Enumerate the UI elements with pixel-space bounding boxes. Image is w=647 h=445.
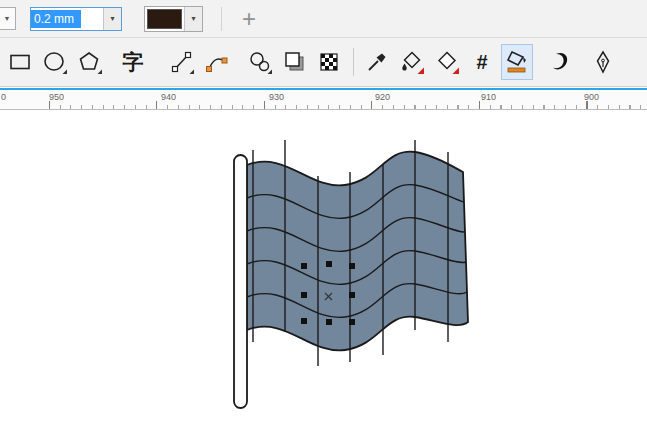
flag-drawing (0, 110, 647, 445)
outline-width-input-blank[interactable] (81, 8, 103, 30)
horizontal-ruler[interactable]: 0 950 940 930 920 910 900 (0, 88, 647, 110)
interactive-fill-icon (503, 48, 531, 76)
line-icon (169, 49, 195, 75)
app-window: ▾ 0.2 mm ▾ ▾ + (0, 0, 647, 445)
ruler-label: 0 (1, 92, 6, 102)
chevron-down-icon: ▾ (184, 7, 202, 31)
property-bar: ▾ 0.2 mm ▾ ▾ + (0, 0, 647, 38)
swap-fill-icon (434, 49, 460, 75)
bezier-tool-button[interactable] (201, 44, 233, 80)
ruler-label: 900 (584, 92, 599, 102)
checkerboard-icon (317, 49, 343, 75)
line-tool-button[interactable] (166, 44, 198, 80)
rectangle-tool-button[interactable] (4, 44, 36, 80)
shapes-tool-button[interactable] (244, 44, 276, 80)
toolbox: 字 (0, 38, 647, 87)
add-button[interactable]: + (236, 5, 262, 33)
outline-style-dropdown[interactable]: ▾ (0, 7, 16, 30)
ellipse-icon (42, 49, 68, 75)
outline-width-combo: 0.2 mm ▾ (30, 7, 122, 31)
shadow-tool-button[interactable] (279, 44, 311, 80)
shadow-icon (282, 49, 308, 75)
flag-shape (247, 152, 468, 351)
ellipse-tool-button[interactable] (39, 44, 71, 80)
separator (353, 48, 354, 76)
ruler-label: 920 (375, 92, 390, 102)
mesh-grid-icon: # (476, 51, 487, 74)
artistic-media-tool-button[interactable] (544, 44, 576, 80)
interactive-fill-tool-button[interactable] (501, 44, 533, 80)
pen-nib-icon (590, 49, 616, 75)
text-tool-button[interactable]: 字 (117, 44, 149, 80)
ruler-label: 910 (481, 92, 496, 102)
drawing-canvas[interactable] (0, 110, 647, 445)
flag-object[interactable] (247, 140, 468, 366)
eyedropper-tool-button[interactable] (361, 44, 393, 80)
text-tool-icon: 字 (123, 48, 144, 76)
bezier-icon (204, 49, 230, 75)
fill-tool-button[interactable] (396, 44, 428, 80)
shapes-icon (247, 49, 273, 75)
ruler-label: 950 (49, 92, 64, 102)
ruler-ticks (0, 90, 647, 109)
flag-pole[interactable] (234, 155, 247, 408)
separator (221, 7, 222, 31)
mesh-fill-tool-button[interactable]: # (466, 44, 498, 80)
outline-width-input[interactable]: 0.2 mm (31, 10, 81, 28)
brush-swirl-icon (547, 49, 573, 75)
chevron-down-icon: ▾ (5, 14, 9, 23)
color-swatch (147, 9, 182, 29)
polygon-icon (77, 49, 103, 75)
swap-fill-tool-button[interactable] (431, 44, 463, 80)
rectangle-icon (7, 49, 33, 75)
polygon-tool-button[interactable] (74, 44, 106, 80)
ruler-label: 930 (269, 92, 284, 102)
chevron-down-icon[interactable]: ▾ (103, 8, 121, 30)
outline-color-picker[interactable]: ▾ (144, 6, 203, 32)
ruler-label: 940 (161, 92, 176, 102)
eyedropper-icon (364, 49, 390, 75)
fill-bucket-icon (399, 49, 425, 75)
pattern-fill-tool-button[interactable] (314, 44, 346, 80)
pen-tool-button[interactable] (587, 44, 619, 80)
